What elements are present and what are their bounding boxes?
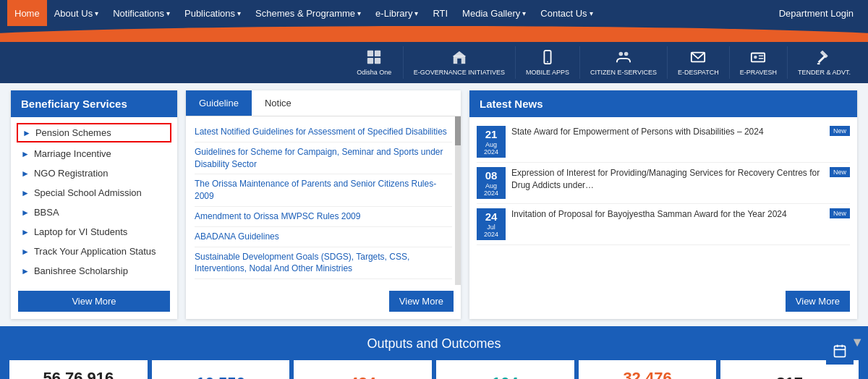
nav-publications[interactable]: Publications ▾ (177, 0, 248, 26)
svg-marker-5 (453, 51, 466, 56)
svg-rect-6 (457, 59, 461, 64)
latest-news-panel: Latest News 21 Aug 2024 State Award for … (469, 90, 857, 319)
news-text[interactable]: State Award for Empowerment of Persons w… (511, 126, 824, 138)
scrollbar-track[interactable] (455, 116, 461, 285)
outputs-cards: 56,76,916 Beneficiaries Under Pension Sc… (7, 360, 861, 379)
people-icon (616, 49, 631, 67)
beneficiary-view-more-button[interactable]: View More (18, 291, 170, 312)
envelope-icon (690, 49, 706, 67)
tender-link[interactable]: TENDER & ADVT. (788, 46, 861, 79)
building-icon (451, 49, 467, 67)
citizen-services-label: CITIZEN E-SERVICES (590, 69, 657, 76)
wave-divider (0, 26, 868, 42)
guidelines-panel: Guideline Notice Latest Notified Guideli… (186, 90, 461, 319)
svg-point-8 (547, 61, 548, 63)
chevron-down-icon: ▾ (95, 9, 98, 17)
guidelines-view-more-button[interactable]: View More (389, 291, 454, 312)
dept-login-button[interactable]: Department Login (772, 8, 861, 19)
beneficiary-item-laptop[interactable]: ► Laptop for VI Students (11, 222, 177, 242)
outputs-section: Outputs and Outcomes 56,76,916 Beneficia… (0, 326, 868, 379)
nav-media[interactable]: Media Gallery ▾ (455, 0, 533, 26)
news-date-box: 21 Aug 2024 (477, 126, 506, 158)
beneficiary-item-marriage[interactable]: ► Marriage Incentive (11, 144, 177, 163)
tab-notice[interactable]: Notice (252, 90, 305, 116)
svg-rect-0 (367, 51, 373, 56)
news-item: 24 Jul 2024 Invitation of Proposal for B… (477, 204, 850, 245)
svg-point-9 (619, 52, 624, 56)
epravesh-link[interactable]: E-PRAVESH (730, 46, 788, 79)
arrow-right-icon: ► (21, 266, 30, 276)
citizen-services-link[interactable]: CITIZEN E-SERVICES (580, 46, 668, 79)
svg-rect-3 (375, 58, 380, 64)
news-view-more-button[interactable]: View More (786, 291, 850, 312)
chevron-down-icon: ▾ (414, 9, 418, 17)
beneficiary-item-banishree[interactable]: ► Banishree Scholarship (11, 261, 177, 281)
edespatch-link[interactable]: E-DESPATCH (668, 46, 730, 79)
output-number: 424 (301, 374, 425, 379)
guideline-item[interactable]: Amendment to Orissa MWPSC Rules 2009 (195, 207, 452, 227)
news-text[interactable]: Expression of Interest for Providing/Man… (511, 167, 824, 192)
output-card-aids: 16,556 Aid's & Appliances Distributed (152, 360, 290, 379)
output-card-banishree: 32,476 Students Benefitted Under Banishr… (579, 360, 717, 379)
nav-schemes[interactable]: Schemes & Programme ▾ (248, 0, 368, 26)
arrow-right-icon: ► (21, 227, 30, 237)
beneficiary-item-special-school[interactable]: ► Special School Admission (11, 183, 177, 203)
egovernance-link[interactable]: E-GOVERNANCE INITIATIVES (404, 46, 516, 79)
svg-rect-12 (752, 54, 765, 62)
guideline-item[interactable]: ABADANA Guidelines (195, 227, 452, 247)
arrow-right-icon: ► (21, 149, 30, 159)
nav-contact[interactable]: Contact Us ▾ (533, 0, 600, 26)
guidelines-content: Latest Notified Guidelines for Assessmen… (186, 116, 461, 285)
arrow-right-icon: ► (22, 128, 31, 138)
guideline-item[interactable]: The Orissa Maintenance of Parents and Se… (195, 174, 452, 207)
odisha-one-link[interactable]: Odisha One (346, 46, 404, 79)
guideline-item[interactable]: Guidelines for Scheme for Campaign, Semi… (195, 142, 452, 175)
svg-line-17 (819, 56, 825, 62)
output-card-bbsa: 424 BBSA Camps (294, 360, 432, 379)
guideline-item[interactable]: Sustainable Development Goals (SDGS), Ta… (195, 247, 452, 280)
edespatch-label: E-DESPATCH (678, 69, 719, 76)
beneficiary-item-bbsa[interactable]: ► BBSA (11, 203, 177, 222)
id-card-icon (750, 49, 766, 67)
epravesh-label: E-PRAVESH (740, 69, 777, 76)
svg-rect-19 (835, 346, 846, 357)
news-date-box: 24 Jul 2024 (477, 208, 506, 240)
chevron-down-icon: ▾ (166, 9, 170, 17)
chevron-down-icon: ▾ (357, 9, 361, 17)
main-content-area: Beneficiary Services ► Pension Schemes ►… (0, 83, 868, 326)
calendar-fab-button[interactable] (826, 337, 854, 365)
beneficiary-item-track[interactable]: ► Track Your Application Status (11, 242, 177, 261)
nav-rti[interactable]: RTI (425, 0, 455, 26)
grid-icon (366, 49, 382, 67)
news-header: Latest News (469, 90, 857, 117)
chevron-down-icon: ▾ (237, 9, 241, 17)
news-item: 21 Aug 2024 State Award for Empowerment … (477, 122, 850, 163)
scrollbar-thumb[interactable] (455, 116, 461, 145)
news-date-box: 08 Aug 2024 (477, 167, 506, 199)
nav-home[interactable]: Home (7, 0, 47, 26)
mobile-apps-label: MOBILE APPS (526, 69, 569, 76)
output-card-schools: 104 Special Schools (436, 360, 574, 379)
output-number: 32,476 (586, 369, 710, 379)
arrow-right-icon: ► (21, 169, 30, 179)
tab-guideline[interactable]: Guideline (186, 90, 252, 116)
nav-about[interactable]: About Us ▾ (47, 0, 106, 26)
output-card-pension: 56,76,916 Beneficiaries Under Pension Sc… (9, 360, 148, 379)
news-item: 08 Aug 2024 Expression of Interest for P… (477, 163, 850, 204)
arrow-right-icon: ► (21, 188, 30, 198)
tender-label: TENDER & ADVT. (798, 69, 851, 76)
guideline-item[interactable]: Latest Notified Guidelines for Assessmen… (195, 122, 452, 142)
beneficiary-item-pension[interactable]: ► Pension Schemes (17, 123, 171, 142)
outputs-title: Outputs and Outcomes (7, 336, 861, 352)
output-number: 56,76,916 (17, 369, 140, 379)
output-number: 16,556 (159, 374, 283, 379)
beneficiary-item-ngo[interactable]: ► NGO Registration (11, 163, 177, 183)
mobile-apps-link[interactable]: MOBILE APPS (516, 46, 580, 79)
news-content: 21 Aug 2024 State Award for Empowerment … (469, 117, 857, 285)
news-text[interactable]: Invitation of Proposal for Bayojyestha S… (511, 208, 824, 221)
nav-elibrary[interactable]: e-Library ▾ (368, 0, 425, 26)
beneficiary-panel: Beneficiary Services ► Pension Schemes ►… (11, 90, 177, 319)
new-badge: New (830, 208, 850, 218)
nav-notifications[interactable]: Notifications ▾ (106, 0, 177, 26)
beneficiary-list: ► Pension Schemes ► Marriage Incentive ►… (11, 117, 177, 285)
